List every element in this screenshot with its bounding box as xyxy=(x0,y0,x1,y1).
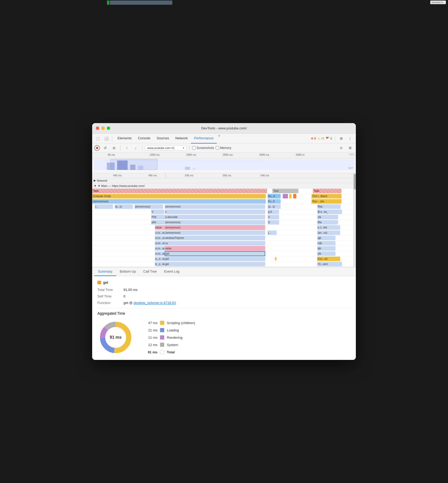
and-block[interactable]: An...d xyxy=(268,194,281,198)
v-lower-block[interactable]: v xyxy=(165,210,265,214)
timeline-selection[interactable] xyxy=(110,159,157,170)
tab-console[interactable]: Console xyxy=(135,134,154,143)
settings-icon[interactable]: ⚙ xyxy=(338,135,345,142)
orange-block1 xyxy=(293,194,296,198)
memory-checkbox[interactable] xyxy=(216,146,219,150)
j-block[interactable]: j... xyxy=(268,231,277,235)
inspect-icon[interactable]: ⬚ xyxy=(94,135,102,142)
main-scrollbar[interactable] xyxy=(353,173,356,267)
traffic-lights xyxy=(96,126,110,130)
sicks-block[interactable]: $i.e...ks_ xyxy=(317,210,342,214)
evaluate-script-block[interactable]: Evaluate Script xyxy=(92,194,266,198)
main-content: 446 ms 496 ms 546 ms 596 ms 646 ms ▶ Net… xyxy=(92,173,356,267)
deep-block-rka[interactable]: Rka xyxy=(317,204,341,209)
run-tasks-block[interactable]: Run ...sks xyxy=(311,199,341,204)
phb-block[interactable]: Phb xyxy=(151,215,166,219)
total-value: 91 ms xyxy=(144,350,157,354)
wpolymer-block[interactable]: window.Polymer xyxy=(165,236,265,240)
v-block2[interactable]: V xyxy=(268,215,279,219)
qjb-block[interactable]: qjb xyxy=(317,236,335,240)
gs-block[interactable]: g.S xyxy=(268,210,279,214)
record-icon xyxy=(96,147,98,149)
url-dropdown-icon[interactable]: ▾ xyxy=(183,146,184,150)
perf-settings-icon[interactable]: ⚙ xyxy=(346,144,354,152)
anon4-block[interactable]: (anonymous) xyxy=(165,231,265,235)
get2-block[interactable]: get xyxy=(165,257,265,261)
fire-callback-block[interactable]: Fire I...llback xyxy=(311,194,341,198)
error-badge: ⊗ 8 xyxy=(311,137,316,140)
deep-block-3[interactable]: (anonymous) xyxy=(134,204,163,209)
tab-call-tree[interactable]: Call Tree xyxy=(140,267,161,276)
tab-performance[interactable]: Performance xyxy=(191,134,216,143)
device-icon[interactable]: ⬜ xyxy=(103,135,110,142)
get-selected-block[interactable]: get xyxy=(165,251,265,256)
capture-settings-icon[interactable]: ⛭ xyxy=(338,144,345,152)
tab-summary[interactable]: Summary xyxy=(94,267,116,276)
task-block-3[interactable]: Task xyxy=(313,189,341,193)
xla-block[interactable]: xla xyxy=(317,215,338,219)
deep-block-4[interactable]: (anonymous) xyxy=(165,204,265,209)
tab-event-log[interactable]: Event Log xyxy=(161,267,183,276)
kjb-block[interactable]: kjb xyxy=(317,246,335,251)
memory-checkbox-group: Memory xyxy=(216,146,231,150)
cy-block[interactable]: cy xyxy=(165,241,265,245)
anon-block[interactable]: (anonymous) xyxy=(92,199,266,204)
deep-block-2[interactable]: (a...s) xyxy=(115,204,133,209)
mjb-block[interactable]: mjb xyxy=(317,241,335,245)
deep-block-as[interactable]: (a...s) xyxy=(268,204,281,209)
main-section-header[interactable]: ▼ ▼ Main — https://www.youtube.com/ xyxy=(92,183,353,188)
tab-network[interactable]: Network xyxy=(172,134,191,143)
value2-block[interactable]: value xyxy=(165,246,265,251)
function-link[interactable]: desktop_polymer.js:4718:63 xyxy=(134,301,176,305)
adecorate-block[interactable]: a.decorate xyxy=(165,215,265,219)
function-row: Function get @ desktop_polymer.js:4718:6… xyxy=(97,301,351,305)
full-block[interactable]: Fu...ll xyxy=(268,199,281,204)
minimize-button[interactable] xyxy=(101,126,105,130)
total-color xyxy=(160,350,164,354)
tab-bottom-up[interactable]: Bottom-Up xyxy=(116,267,140,276)
tab-elements[interactable]: Elements xyxy=(114,134,135,143)
summary-title: get xyxy=(97,280,351,285)
anus-block[interactable]: (an...us) xyxy=(317,231,340,235)
tab-sources[interactable]: Sources xyxy=(154,134,172,143)
record-button[interactable] xyxy=(94,145,100,151)
aggregated-title: Aggregated Time xyxy=(97,311,351,315)
phb-lower-block[interactable]: phb xyxy=(151,220,166,225)
network-section-header[interactable]: ▶ Network success.m... xyxy=(92,178,353,183)
legend-rendering: 11 ms Rendering xyxy=(144,335,195,340)
more-tabs-button[interactable]: » xyxy=(217,134,222,143)
scrollbar-thumb[interactable] xyxy=(354,174,356,189)
task-block-1[interactable]: Task xyxy=(92,189,267,193)
self-time-label: Self Time xyxy=(97,294,123,298)
yib-block[interactable]: yib xyxy=(317,251,335,256)
anon2-block[interactable]: (anonymous) xyxy=(165,220,265,225)
ejled-block[interactable]: e.J...led xyxy=(317,225,340,230)
warning-icon: ⚠ xyxy=(317,137,320,140)
url-bar: www.youtube.com #1 ▾ xyxy=(145,145,187,151)
bla-block[interactable]: Bla xyxy=(317,220,338,225)
upload-icon[interactable]: ↑ xyxy=(123,144,131,152)
more-menu-icon[interactable]: ⋮ xyxy=(346,135,354,142)
screenshots-checkbox[interactable] xyxy=(192,146,196,150)
total-time-value: 91.00 ms xyxy=(123,288,137,292)
get3-block[interactable]: get xyxy=(165,262,265,266)
total-label: Total xyxy=(167,350,175,354)
anon3-block[interactable]: (anonymous) xyxy=(165,225,265,230)
timeline-overview[interactable]: 96 ms 1996 ms 2996 ms 3996 ms 4996 ms 59… xyxy=(92,152,356,173)
clear-button[interactable]: ⊘ xyxy=(110,144,118,152)
nav-tabs: Elements Console Sources Network Perform… xyxy=(114,134,310,143)
mark-546: 546 ms xyxy=(185,174,193,177)
s-block[interactable]: S xyxy=(268,220,279,225)
function-color-swatch xyxy=(97,281,101,284)
close-button[interactable] xyxy=(96,126,99,130)
maximize-button[interactable] xyxy=(107,126,110,130)
download-icon[interactable]: ↓ xyxy=(132,144,139,152)
reload-record-button[interactable]: ↺ xyxy=(102,144,109,152)
task-block-2[interactable]: Task xyxy=(272,189,298,193)
rendering-value: 11 ms xyxy=(144,336,157,340)
v-block[interactable]: V xyxy=(151,210,164,214)
deep-block-1[interactable]: (... xyxy=(95,204,113,209)
ffivent-block[interactable]: f.fi...vent xyxy=(317,262,342,266)
flame-chart-area: 446 ms 496 ms 546 ms 596 ms 646 ms ▶ Net… xyxy=(92,173,353,267)
eveed-block[interactable]: Eve...ed xyxy=(317,257,340,261)
